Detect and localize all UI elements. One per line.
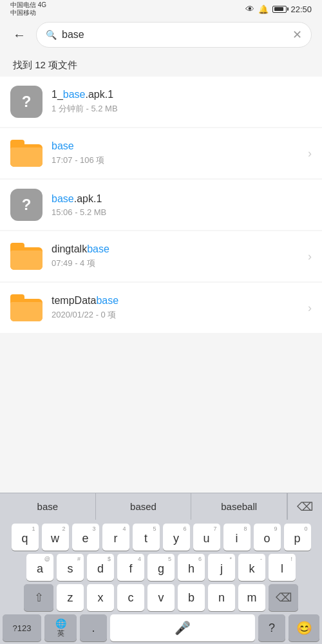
key-d[interactable]: $d bbox=[87, 554, 114, 581]
name-prefix: dingtalk bbox=[52, 243, 87, 254]
key-k[interactable]: -k bbox=[238, 554, 265, 581]
search-input-container[interactable]: 🔍 base ✕ bbox=[36, 22, 312, 48]
status-icons: 👁 🔔 22:50 bbox=[245, 4, 312, 14]
emoji-key[interactable]: 😊 bbox=[289, 614, 319, 641]
name-highlight: base bbox=[87, 243, 109, 254]
carrier-info: 中国电信 4G 中国移动 bbox=[10, 1, 46, 17]
results-header: 找到 12 项文件 bbox=[0, 52, 322, 77]
question-key[interactable]: ? bbox=[258, 614, 285, 641]
chevron-right-icon: › bbox=[308, 147, 312, 160]
eye-icon: 👁 bbox=[245, 4, 254, 14]
list-item[interactable]: tempDatabase 2020/01/22 - 0 项 › bbox=[0, 283, 322, 333]
shift-icon: ⇧ bbox=[34, 591, 44, 605]
key-i[interactable]: 8i bbox=[223, 524, 251, 551]
time: 22:50 bbox=[290, 5, 312, 14]
file-meta: 1 分钟前 - 5.2 MB bbox=[52, 103, 312, 115]
key-v[interactable]: v bbox=[147, 584, 175, 611]
key-o[interactable]: 9o bbox=[254, 524, 281, 551]
suggestion-based[interactable]: based bbox=[96, 493, 192, 520]
carrier1: 中国电信 4G bbox=[10, 1, 46, 9]
chevron-right-icon: › bbox=[308, 301, 312, 315]
apk-icon: ? bbox=[10, 189, 43, 221]
battery-icon bbox=[272, 6, 287, 13]
key-p[interactable]: 0p bbox=[284, 524, 311, 551]
file-name: base bbox=[52, 140, 299, 152]
key-m[interactable]: m bbox=[238, 584, 265, 611]
name-prefix: tempData bbox=[52, 295, 96, 306]
dot-key[interactable]: . bbox=[80, 614, 107, 641]
globe-icon: 🌐 bbox=[55, 618, 66, 629]
suggestion-base[interactable]: base bbox=[0, 493, 96, 520]
shift-key[interactable]: ⇧ bbox=[24, 584, 53, 611]
number-switch-label: ?123 bbox=[13, 623, 32, 633]
name-prefix: 1_ bbox=[52, 89, 63, 100]
list-item[interactable]: dingtalkbase 07:49 - 4 项 › bbox=[0, 231, 322, 281]
suggestion-delete[interactable]: ⌫ bbox=[287, 493, 322, 520]
keyboard-row-3: ⇧ z x c v b n m ⌫ bbox=[3, 584, 319, 611]
key-w[interactable]: 2w bbox=[42, 524, 69, 551]
list-item[interactable]: ? 1_base.apk.1 1 分钟前 - 5.2 MB bbox=[0, 77, 322, 127]
folder-icon bbox=[10, 137, 43, 169]
key-q[interactable]: 1q bbox=[12, 524, 39, 551]
delete-suggestion-icon: ⌫ bbox=[297, 500, 313, 514]
question-label: ? bbox=[269, 621, 275, 635]
list-item[interactable]: ? base.apk.1 15:06 - 5.2 MB bbox=[0, 180, 322, 230]
name-suffix: .apk.1 bbox=[74, 193, 102, 204]
carrier2: 中国移动 bbox=[10, 9, 46, 17]
clear-button[interactable]: ✕ bbox=[292, 28, 302, 42]
key-h[interactable]: 6h bbox=[178, 554, 205, 581]
keyboard-row-1: 1q 2w 3e 4r 5t 6y 7u 8i 9o 0p bbox=[3, 524, 319, 551]
lang-key[interactable]: 🌐 英 bbox=[44, 614, 77, 641]
key-j[interactable]: *j bbox=[208, 554, 235, 581]
file-info: tempDatabase 2020/01/22 - 0 项 bbox=[52, 295, 299, 321]
keyboard-row-4: ?123 🌐 英 . 🎤 ? 😊 bbox=[3, 614, 319, 641]
key-t[interactable]: 5t bbox=[133, 524, 160, 551]
search-icon: 🔍 bbox=[46, 30, 57, 40]
suggestion-baseball[interactable]: baseball bbox=[191, 493, 287, 520]
file-name: tempDatabase bbox=[52, 295, 299, 307]
name-highlight: base bbox=[96, 295, 118, 306]
lang-label: 英 bbox=[57, 629, 64, 638]
bell-icon: 🔔 bbox=[258, 5, 269, 14]
key-z[interactable]: z bbox=[57, 584, 84, 611]
name-highlight: base bbox=[52, 193, 74, 204]
chevron-right-icon: › bbox=[308, 250, 312, 263]
emoji-icon: 😊 bbox=[296, 620, 312, 636]
key-x[interactable]: x bbox=[87, 584, 114, 611]
key-u[interactable]: 7u bbox=[193, 524, 220, 551]
file-meta: 07:49 - 4 项 bbox=[52, 258, 299, 269]
key-f[interactable]: 4f bbox=[117, 554, 144, 581]
back-button[interactable]: ← bbox=[10, 25, 28, 45]
key-g[interactable]: 5g bbox=[147, 554, 175, 581]
folder-icon bbox=[10, 292, 43, 324]
file-info: base.apk.1 15:06 - 5.2 MB bbox=[52, 193, 312, 217]
status-bar: 中国电信 4G 中国移动 👁 🔔 22:50 bbox=[0, 0, 322, 18]
dot-label: . bbox=[91, 621, 95, 635]
file-info: 1_base.apk.1 1 分钟前 - 5.2 MB bbox=[52, 89, 312, 115]
key-l[interactable]: !l bbox=[269, 554, 296, 581]
list-item[interactable]: base 17:07 - 106 项 › bbox=[0, 128, 322, 178]
number-switch-key[interactable]: ?123 bbox=[3, 614, 41, 641]
key-y[interactable]: 6y bbox=[163, 524, 190, 551]
key-b[interactable]: b bbox=[178, 584, 205, 611]
file-name: 1_base.apk.1 bbox=[52, 89, 312, 100]
backspace-icon: ⌫ bbox=[276, 591, 292, 605]
folder-icon bbox=[10, 240, 43, 272]
search-bar: ← 🔍 base ✕ bbox=[0, 18, 322, 52]
search-input[interactable]: base bbox=[62, 29, 287, 41]
results-count: 找到 12 项文件 bbox=[13, 59, 77, 70]
key-r[interactable]: 4r bbox=[102, 524, 129, 551]
file-info: base 17:07 - 106 项 bbox=[52, 140, 299, 166]
file-meta: 2020/01/22 - 0 项 bbox=[52, 309, 299, 321]
key-e[interactable]: 3e bbox=[72, 524, 99, 551]
key-s[interactable]: #s bbox=[57, 554, 84, 581]
key-a[interactable]: @a bbox=[26, 554, 53, 581]
file-meta: 15:06 - 5.2 MB bbox=[52, 207, 312, 217]
name-suffix: .apk.1 bbox=[86, 89, 114, 100]
suggestion-bar: base based baseball ⌫ bbox=[0, 493, 322, 520]
space-key[interactable]: 🎤 bbox=[110, 614, 255, 641]
key-n[interactable]: n bbox=[208, 584, 235, 611]
key-c[interactable]: c bbox=[117, 584, 144, 611]
backspace-key[interactable]: ⌫ bbox=[269, 584, 298, 611]
apk-icon: ? bbox=[10, 86, 43, 118]
